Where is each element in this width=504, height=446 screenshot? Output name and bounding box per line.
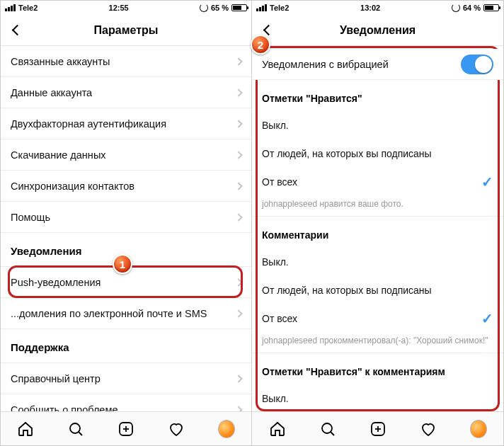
tab-activity[interactable] — [420, 421, 437, 438]
row-sync-contacts[interactable]: Синхронизация контактов — [1, 171, 251, 202]
option-label: От людей, на которых вы подписаны — [262, 148, 432, 159]
loading-icon — [200, 4, 208, 12]
carrier-label: Tele2 — [18, 4, 38, 12]
page-title: Параметры — [94, 24, 159, 37]
row-label: Справочный центр — [11, 373, 101, 384]
tab-bar — [1, 411, 251, 445]
chevron-right-icon — [234, 406, 242, 411]
chevron-left-icon — [263, 25, 274, 36]
chevron-right-icon — [234, 278, 242, 286]
row-label: Push-уведомления — [11, 277, 101, 288]
signal-icon — [256, 4, 267, 11]
option-label: Выкл. — [262, 256, 289, 268]
tab-profile[interactable] — [218, 421, 235, 438]
row-help[interactable]: Помощь — [1, 202, 251, 233]
clock: 13:02 — [360, 4, 380, 12]
svg-line-6 — [331, 432, 334, 435]
option-label: От людей, на которых вы подписаны — [262, 285, 432, 296]
annotation-badge-1: 1 — [113, 254, 132, 274]
row-label: ...домления по электронной почте и SMS — [11, 308, 207, 319]
tab-search[interactable] — [319, 421, 336, 438]
carrier-label: Tele2 — [270, 4, 289, 12]
chevron-right-icon — [234, 374, 242, 382]
likes-opt-following[interactable]: От людей, на которых вы подписаны — [252, 139, 503, 168]
section-support: Поддержка — [1, 332, 251, 363]
comments-hint: johnappleseed прокомментировал(-а): "Хор… — [252, 333, 503, 353]
chevron-right-icon — [234, 88, 242, 96]
left-phone: Tele2 12:55 65 % Параметры Связанные акк… — [1, 1, 252, 445]
battery-label: 65 % — [211, 4, 229, 12]
svg-line-1 — [79, 432, 82, 435]
tab-home[interactable] — [269, 421, 286, 438]
signal-icon — [5, 4, 16, 11]
row-two-factor[interactable]: Двухфакторная аутентификация — [1, 108, 251, 139]
row-download-data[interactable]: Скачивание данных — [1, 139, 251, 171]
likes-hint: johnappleseed нравится ваше фото. — [252, 196, 503, 217]
chevron-left-icon — [11, 25, 23, 36]
group-comment-likes: Отметки "Нравится" к комментариям — [252, 353, 503, 384]
row-label: Синхронизация контактов — [11, 181, 134, 192]
check-icon: ✓ — [481, 310, 493, 327]
row-label: Связанные аккаунты — [11, 56, 110, 67]
group-likes: Отметки "Нравится" — [252, 80, 503, 111]
likes-opt-everyone[interactable]: От всех ✓ — [252, 168, 503, 196]
option-label: От всех — [262, 176, 297, 188]
chevron-right-icon — [234, 120, 242, 127]
avatar-icon — [470, 420, 487, 438]
chevron-right-icon — [234, 151, 242, 159]
option-label: От всех — [262, 313, 297, 324]
status-bar: Tele2 13:02 64 % — [252, 1, 503, 15]
comments-opt-everyone[interactable]: От всех ✓ — [252, 304, 503, 333]
comments-opt-off[interactable]: Выкл. — [252, 248, 503, 276]
row-label: Помощь — [11, 212, 50, 223]
tab-search[interactable] — [67, 421, 84, 438]
notifications-settings[interactable]: Уведомления с вибрацией Отметки "Нравитс… — [252, 46, 503, 411]
chevron-right-icon — [234, 57, 242, 65]
tab-activity[interactable] — [168, 421, 185, 438]
battery-icon — [483, 4, 499, 11]
row-label: Сообщить о проблеме — [11, 404, 118, 412]
avatar-icon — [218, 420, 235, 438]
comment-likes-opt-off[interactable]: Выкл. — [252, 384, 503, 411]
row-report-problem[interactable]: Сообщить о проблеме — [1, 394, 251, 411]
chevron-right-icon — [234, 309, 242, 317]
chevron-right-icon — [234, 182, 242, 190]
row-label: Данные аккаунта — [11, 87, 92, 98]
back-button[interactable] — [6, 15, 28, 45]
tab-home[interactable] — [17, 421, 34, 438]
settings-list[interactable]: Связанные аккаунты Данные аккаунта Двухф… — [1, 46, 251, 411]
nav-bar: Параметры — [1, 15, 251, 46]
option-label: Выкл. — [262, 120, 289, 131]
tab-bar — [252, 411, 503, 445]
nav-bar: Уведомления — [252, 15, 503, 46]
group-comments: Комментарии — [252, 217, 503, 248]
clock: 12:55 — [109, 4, 129, 12]
option-label: Выкл. — [262, 393, 289, 404]
row-label: Уведомления с вибрацией — [262, 59, 389, 70]
right-phone: Tele2 13:02 64 % Уведомления Уведомления… — [252, 1, 503, 445]
comments-opt-following[interactable]: От людей, на которых вы подписаны — [252, 276, 503, 304]
tab-add[interactable] — [118, 421, 134, 438]
status-bar: Tele2 12:55 65 % — [1, 1, 251, 15]
row-label: Скачивание данных — [11, 149, 106, 161]
tab-add[interactable] — [370, 421, 386, 438]
vibrate-toggle[interactable] — [461, 55, 493, 74]
row-label: Двухфакторная аутентификация — [11, 118, 166, 130]
battery-icon — [231, 4, 247, 11]
check-icon: ✓ — [481, 173, 493, 190]
likes-opt-off[interactable]: Выкл. — [252, 111, 503, 139]
row-vibrate: Уведомления с вибрацией — [252, 49, 503, 80]
row-help-center[interactable]: Справочный центр — [1, 363, 251, 394]
loading-icon — [452, 4, 460, 12]
chevron-right-icon — [234, 213, 242, 221]
svg-point-0 — [70, 423, 80, 433]
row-account-data[interactable]: Данные аккаунта — [1, 77, 251, 108]
row-linked-accounts[interactable]: Связанные аккаунты — [1, 46, 251, 77]
page-title: Уведомления — [340, 24, 416, 37]
row-email-sms[interactable]: ...домления по электронной почте и SMS — [1, 298, 251, 329]
battery-label: 64 % — [463, 4, 481, 12]
annotation-badge-2: 2 — [251, 35, 270, 55]
svg-point-5 — [322, 423, 332, 433]
tab-profile[interactable] — [470, 421, 487, 438]
